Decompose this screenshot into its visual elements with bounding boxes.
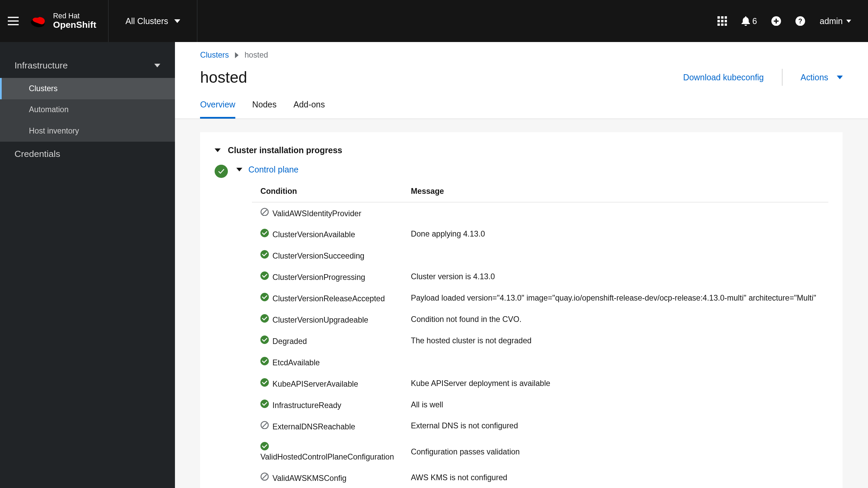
condition-message — [402, 245, 828, 266]
user-name: admin — [820, 16, 843, 26]
svg-point-22 — [260, 336, 269, 344]
chevron-down-icon — [236, 168, 242, 171]
chevron-right-icon — [235, 52, 239, 58]
condition-name: ClusterVersionAvailable — [273, 230, 355, 239]
col-message: Message — [402, 181, 828, 202]
nav-section-label: Infrastructure — [15, 60, 68, 71]
svg-rect-1 — [8, 20, 19, 22]
progress-title: Cluster installation progress — [228, 145, 342, 155]
bell-icon — [742, 16, 750, 26]
nav-item-host-inventory[interactable]: Host inventory — [0, 120, 175, 142]
svg-line-30 — [262, 475, 267, 479]
nav-section-credentials[interactable]: Credentials — [0, 142, 175, 167]
user-menu[interactable]: admin — [820, 16, 851, 26]
main-content: Clusters hosted hosted Download kubeconf… — [175, 42, 868, 488]
svg-point-23 — [260, 357, 269, 365]
actions-label: Actions — [801, 73, 828, 82]
page-actions: Download kubeconfig Actions — [683, 69, 843, 86]
check-circle-icon — [260, 229, 269, 237]
condition-row: DegradedThe hosted cluster is not degrad… — [252, 330, 828, 351]
progress-card: Cluster installation progress — [200, 132, 843, 488]
condition-row: InfrastructureReadyAll is well — [252, 394, 828, 415]
condition-message: Cluster version is 4.13.0 — [402, 266, 828, 287]
control-plane-title[interactable]: Control plane — [248, 165, 298, 175]
svg-rect-8 — [725, 20, 727, 22]
condition-message: All is well — [402, 394, 828, 415]
step-toggle[interactable] — [236, 168, 242, 171]
svg-text:?: ? — [798, 17, 803, 25]
notifications-button[interactable]: 6 — [742, 16, 757, 26]
svg-point-24 — [260, 378, 269, 387]
section-toggle[interactable] — [215, 148, 221, 152]
condition-row: ClusterVersionReleaseAcceptedPayload loa… — [252, 287, 828, 309]
svg-point-19 — [260, 271, 269, 280]
nav-section-infrastructure[interactable]: Infrastructure — [0, 53, 175, 78]
condition-name: ValidAWSKMSConfig — [273, 474, 347, 483]
help-button[interactable]: ? — [795, 16, 805, 26]
condition-row: ClusterVersionSucceeding — [252, 245, 828, 266]
unknown-circle-icon — [260, 472, 269, 481]
breadcrumb-root[interactable]: Clusters — [200, 50, 229, 60]
download-kubeconfig-link[interactable]: Download kubeconfig — [683, 73, 764, 82]
svg-point-17 — [260, 229, 269, 237]
nav-item-automation[interactable]: Automation — [0, 99, 175, 121]
svg-rect-4 — [721, 16, 723, 19]
condition-name: ClusterVersionReleaseAccepted — [273, 294, 385, 303]
caret-down-icon — [846, 20, 851, 23]
svg-rect-5 — [725, 16, 727, 19]
condition-name: ExternalDNSReachable — [273, 422, 355, 431]
condition-name: Degraded — [273, 337, 307, 346]
check-circle-icon — [260, 271, 269, 280]
svg-rect-3 — [717, 16, 720, 19]
svg-rect-7 — [721, 20, 723, 22]
col-condition: Condition — [252, 181, 402, 202]
condition-message — [402, 351, 828, 373]
condition-row: ValidAWSIdentityProvider — [252, 202, 828, 223]
th-icon — [717, 16, 727, 26]
timeline: Control plane Condition Message — [215, 161, 828, 488]
condition-name: KubeAPIServerAvailable — [273, 380, 358, 388]
nav-item-clusters[interactable]: Clusters — [0, 78, 175, 99]
apps-button[interactable] — [717, 16, 727, 26]
condition-message: Done applying 4.13.0 — [402, 223, 828, 245]
tabs: Overview Nodes Add-ons — [200, 100, 843, 118]
svg-line-16 — [262, 210, 267, 214]
sidebar: Infrastructure Clusters Automation Host … — [0, 42, 175, 488]
actions-dropdown[interactable]: Actions — [801, 73, 843, 82]
tab-addons[interactable]: Add-ons — [293, 100, 325, 118]
check-circle-icon — [260, 336, 269, 344]
condition-name: ValidHostedControlPlaneConfiguration — [260, 452, 394, 461]
tab-overview[interactable]: Overview — [200, 100, 235, 118]
svg-point-28 — [260, 442, 269, 450]
masthead-toolbar: 6 ? admin — [717, 16, 868, 26]
page-header: Clusters hosted hosted Download kubeconf… — [175, 42, 868, 119]
condition-row: ExternalDNSReachableExternal DNS is not … — [252, 415, 828, 437]
cluster-switcher[interactable]: All Clusters — [108, 0, 197, 42]
step-control-plane: Control plane Condition Message — [215, 161, 828, 488]
condition-row: ClusterVersionAvailableDone applying 4.1… — [252, 223, 828, 245]
check-circle-icon — [260, 314, 269, 323]
question-circle-icon: ? — [795, 16, 805, 26]
tab-nodes[interactable]: Nodes — [252, 100, 277, 118]
page-title: hosted — [200, 68, 247, 86]
notifications-count: 6 — [752, 16, 757, 26]
hamburger-button[interactable] — [0, 0, 26, 42]
condition-name: ClusterVersionSucceeding — [273, 251, 364, 260]
condition-name: ClusterVersionProgressing — [273, 273, 366, 282]
svg-point-18 — [260, 250, 269, 259]
step-indicator — [215, 165, 228, 178]
condition-message: Payload loaded version="4.13.0" image="q… — [402, 287, 828, 309]
nav-infra-submenu: Clusters Automation Host inventory — [0, 78, 175, 142]
svg-rect-0 — [8, 17, 19, 18]
divider — [782, 69, 783, 86]
check-circle-icon — [260, 250, 269, 259]
svg-point-25 — [260, 400, 269, 408]
brand[interactable]: Red Hat OpenShift — [26, 0, 108, 42]
plus-circle-icon — [771, 16, 781, 26]
condition-row: ClusterVersionUpgradeableCondition not f… — [252, 309, 828, 330]
import-button[interactable] — [771, 16, 781, 26]
redhat-logo-icon — [30, 15, 48, 28]
condition-message: External DNS is not configured — [402, 415, 828, 437]
check-circle-icon — [260, 357, 269, 365]
chevron-down-icon — [154, 64, 160, 67]
